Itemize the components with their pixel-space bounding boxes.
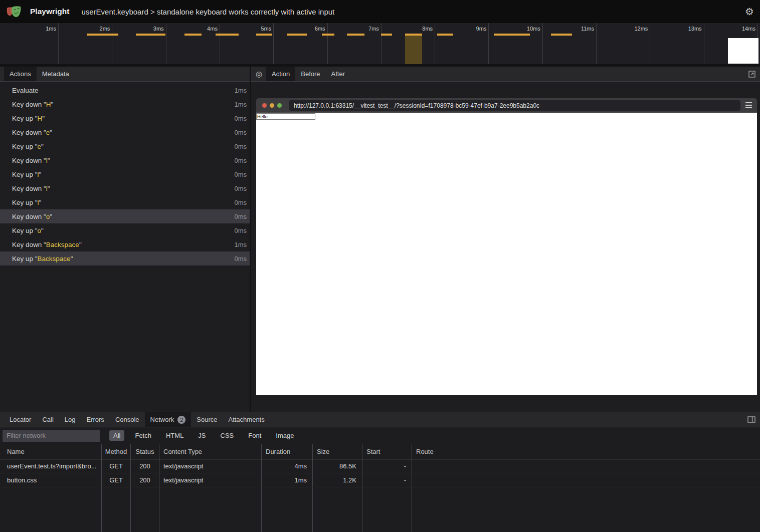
timeline-action-bar [256,34,272,36]
network-request-row[interactable]: button.cssGET200text/javascript1ms1.2K- [0,473,760,487]
timeline-gridline [488,23,489,64]
tab-before[interactable]: Before [295,67,325,81]
traffic-light-yellow [270,103,274,108]
timeline-action-bar [287,34,307,36]
action-list-item[interactable]: Key up "Backspace"0ms [0,251,250,265]
timeline-tick-label: 11ms [572,26,594,32]
timeline-tick-label: 4ms [196,26,218,32]
tab-label: Action [272,70,290,78]
tab-locator[interactable]: Locator [4,412,37,427]
tab-log[interactable]: Log [59,412,81,427]
filter-chip-fetch[interactable]: Fetch [131,430,155,441]
action-list-item[interactable]: Key down "e"0ms [0,125,250,139]
playwright-logo [5,4,23,20]
tab-action[interactable]: Action [266,67,295,81]
filter-chip-image[interactable]: Image [272,430,298,441]
timeline-gridline [542,23,543,64]
filter-chip-html[interactable]: HTML [162,430,187,441]
action-duration: 0ms [234,213,247,220]
tab-attachments[interactable]: Attachments [223,412,270,427]
cell: 200 [131,459,159,473]
action-list-item[interactable]: Key up "H"0ms [0,111,250,125]
traffic-light-green [277,103,282,108]
timeline[interactable]: 1ms2ms3ms4ms5ms6ms7ms8ms9ms10ms11ms12ms1… [0,23,760,64]
tab-metadata[interactable]: Metadata [37,67,75,81]
action-title: Key down "l" [12,157,50,164]
text-input[interactable] [256,113,315,120]
timeline-tick-label: 5ms [249,26,271,32]
network-request-row[interactable]: userEvent.test.ts?import&bro...GET200tex… [0,459,760,473]
tab-call[interactable]: Call [37,412,59,427]
action-list-item[interactable]: Key down "o"0ms [0,209,250,223]
action-duration: 0ms [234,171,247,178]
column-header-method[interactable]: Method [102,444,131,459]
timeline-gridline [166,23,166,64]
key-value: l [38,171,39,178]
snapshot-page [256,113,757,395]
timeline-tick-label: 12ms [626,26,648,32]
toggle-split-view-icon[interactable] [747,416,755,423]
key-value: l [38,199,39,206]
actions-tabbar: ActionsMetadata [0,67,250,82]
tab-actions[interactable]: Actions [4,67,37,81]
action-duration: 0ms [234,185,247,192]
settings-gear-icon[interactable]: ⚙ [745,7,754,17]
timeline-screenshot-thumbnail [728,38,758,64]
column-header-size[interactable]: Size [313,444,362,459]
spacer [350,67,748,81]
timeline-tick-label: 1ms [34,26,56,32]
action-duration: 1ms [234,101,247,108]
filter-chip-all[interactable]: All [109,430,124,441]
cell: GET [102,473,131,487]
action-list-item[interactable]: Key down "H"1ms [0,97,250,111]
filter-network-input[interactable] [3,430,100,442]
actions-panel: ActionsMetadata Evaluate1msKey down "H"1… [0,67,250,412]
column-header-start[interactable]: Start [362,444,412,459]
action-list-item[interactable]: Key up "o"0ms [0,223,250,237]
cell [102,487,131,532]
tab-errors[interactable]: Errors [81,412,109,427]
tab-after[interactable]: After [326,67,350,81]
action-title: Key down "e" [12,129,52,136]
action-list-item[interactable]: Key up "l"0ms [0,195,250,209]
filter-chip-font[interactable]: Font [244,430,265,441]
network-table: NameMethodStatusContent TypeDurationSize… [0,444,760,532]
details-panel: LocatorCallLogErrorsConsoleNetwork2Sourc… [0,412,760,532]
timeline-selected-action-bar[interactable] [405,34,422,64]
timeline-tick-label: 8ms [411,26,433,32]
action-list-item[interactable]: Key down "Backspace"1ms [0,237,250,251]
action-list-item[interactable]: Evaluate1ms [0,83,250,97]
key-value: e [38,143,42,150]
timeline-tick-label: 7ms [357,26,379,32]
tab-source[interactable]: Source [191,412,223,427]
cell: userEvent.test.ts?import&bro... [0,459,102,473]
column-header-status[interactable]: Status [131,444,159,459]
column-header-name[interactable]: Name [0,444,102,459]
action-list-item[interactable]: Key down "l"0ms [0,153,250,167]
filter-chip-js[interactable]: JS [194,430,210,441]
action-list-item[interactable]: Key down "l"0ms [0,181,250,195]
tab-label: Network [150,416,174,423]
spacer [0,67,4,81]
browser-menu-icon [745,102,752,108]
timeline-action-bar [494,34,530,36]
column-header-route[interactable]: Route [412,444,760,459]
timeline-action-bar [437,34,453,36]
filter-chip-css[interactable]: CSS [217,430,238,441]
cell: 1.2K [313,473,362,487]
column-header-content-type[interactable]: Content Type [159,444,262,459]
timeline-tick-label: 14ms [733,26,755,32]
tab-network[interactable]: Network2 [145,412,192,427]
cell [412,459,760,473]
tab-console[interactable]: Console [110,412,145,427]
open-in-new-window-icon[interactable] [748,71,755,78]
tab-label: Errors [86,416,104,423]
action-list-item[interactable]: Key up "e"0ms [0,139,250,153]
action-list-item[interactable]: Key up "l"0ms [0,167,250,181]
action-title: Key up "Backspace" [12,255,73,262]
cell: 200 [131,473,159,487]
key-value: Backspace [38,255,71,262]
column-header-duration[interactable]: Duration [262,444,313,459]
timeline-action-bar [87,34,118,36]
pick-locator-target-icon[interactable]: ◎ [256,70,262,79]
